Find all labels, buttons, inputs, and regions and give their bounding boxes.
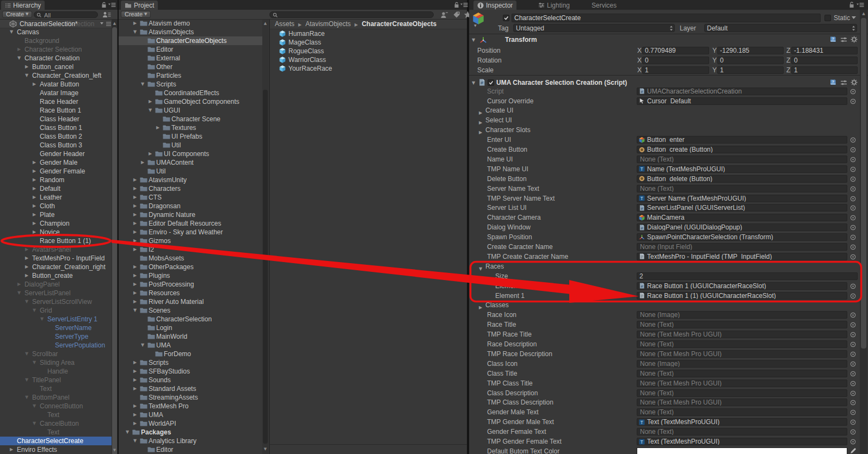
project-item-ui-components[interactable]: ▶UI Components: [119, 150, 262, 158]
foldout-closed-icon[interactable]: ▶: [33, 167, 36, 176]
foldout-closed-icon[interactable]: ▶: [133, 202, 137, 210]
project-item-textures[interactable]: ▶Textures: [119, 123, 262, 132]
foldout-closed-icon[interactable]: ▶: [25, 245, 28, 254]
object-field-tmp-gender-female-text[interactable]: TText (TextMeshProUGUI): [637, 438, 847, 445]
foldout-open-icon[interactable]: ▼: [25, 350, 28, 358]
hierarchy-item-background[interactable]: Background: [0, 36, 112, 45]
hierarchy-item-handle[interactable]: Handle: [0, 367, 112, 376]
project-item-atavismunity[interactable]: ▶AtavismUnity: [119, 176, 262, 184]
project-item-textmesh-pro[interactable]: ▶TextMesh Pro: [119, 402, 262, 411]
object-picker-icon[interactable]: [850, 254, 856, 260]
eyedropper-icon[interactable]: [850, 447, 857, 454]
scroll-up-icon[interactable]: ▲: [262, 20, 268, 27]
project-item-scripts[interactable]: ▼Scripts: [119, 80, 262, 89]
foldout-closed-icon[interactable]: ▶: [133, 411, 137, 419]
hierarchy-item-avatar-button[interactable]: ▶Avatar Button: [0, 80, 112, 89]
object-field-gender-female-text[interactable]: None (Text): [637, 428, 847, 436]
preset-icon[interactable]: [840, 36, 847, 43]
scroll-up-icon[interactable]: ▲: [112, 20, 118, 27]
foldout-closed-icon[interactable]: ▶: [17, 280, 21, 289]
foldout-closed-icon[interactable]: ▶: [133, 193, 137, 202]
asset-item-mageclass[interactable]: MageClass: [270, 38, 467, 47]
scroll-up-icon[interactable]: ▲: [860, 10, 867, 17]
object-picker-icon[interactable]: [850, 215, 856, 221]
foldout-closed-icon[interactable]: ▶: [33, 193, 36, 202]
foldout-closed-icon[interactable]: ▶: [133, 271, 137, 280]
foldout-closed-icon[interactable]: ▶: [33, 184, 36, 193]
field-label[interactable]: Create UI: [485, 105, 513, 115]
foldout-open-icon[interactable]: ▼: [40, 315, 44, 324]
object-field-create-button[interactable]: Button_create (Button): [637, 146, 847, 153]
foldout-closed-icon[interactable]: ▶: [133, 228, 137, 237]
object-picker-icon[interactable]: [850, 196, 856, 202]
object-field-tmp-class-title[interactable]: None (Text Mesh Pro UGUI): [637, 380, 847, 387]
foldout-closed-icon[interactable]: ▶: [149, 150, 152, 158]
project-item-gameobject-components[interactable]: ▶GameObject Components: [119, 97, 262, 106]
foldout-closed-icon[interactable]: ▶: [133, 358, 137, 367]
hierarchy-item-enviro-effects[interactable]: ▶Enviro Effects: [0, 445, 112, 454]
foldout-open-icon[interactable]: ▼: [33, 306, 36, 315]
foldout-open-icon[interactable]: ▼: [472, 38, 475, 42]
component-enabled-checkbox[interactable]: [488, 79, 494, 86]
project-item-ui-prefabs[interactable]: UI Prefabs: [119, 132, 262, 141]
hierarchy-item-random[interactable]: ▶Random: [0, 176, 112, 184]
foldout-open-icon[interactable]: ▼: [133, 306, 137, 315]
x-field[interactable]: 0.7709489: [642, 47, 709, 54]
foldout-open-icon[interactable]: ▼: [25, 376, 28, 384]
object-picker-icon[interactable]: [850, 381, 856, 387]
project-item-plugins[interactable]: ▶Plugins: [119, 271, 262, 280]
hierarchy-item-race-button-1[interactable]: Race Button 1: [0, 106, 112, 115]
hierarchy-item-sliding-area[interactable]: ▼Sliding Area: [0, 358, 112, 367]
scene-header-row[interactable]: CharacterSelection* rSelection: [0, 20, 112, 28]
gameobject-icon[interactable]: [472, 13, 484, 24]
y-field[interactable]: -1290.185: [717, 47, 784, 54]
foldout-open-icon[interactable]: ▼: [33, 358, 36, 367]
object-picker-icon[interactable]: [850, 234, 856, 240]
object-field-delete-button[interactable]: Button_delete (Button): [637, 175, 847, 183]
object-picker-icon[interactable]: [850, 176, 856, 182]
project-item-ugui[interactable]: ▼UGUI: [119, 106, 262, 115]
object-picker-icon[interactable]: [850, 341, 856, 347]
project-search-input[interactable]: [269, 11, 434, 18]
project-item-mainworld[interactable]: MainWorld: [119, 332, 262, 341]
project-item-editor[interactable]: Editor: [119, 445, 262, 454]
field-label[interactable]: Select UI: [485, 115, 512, 125]
object-field-character-camera[interactable]: MainCamera: [637, 214, 847, 221]
project-item-atavism-demo[interactable]: ▶Atavism demo: [119, 19, 262, 28]
hierarchy-item-servername[interactable]: ServerName: [0, 324, 112, 332]
hierarchy-item-character-creation-right[interactable]: ▶Character_Creation_right: [0, 263, 112, 271]
x-field[interactable]: 1: [642, 66, 709, 74]
object-field-spawn-position[interactable]: SpawnPointCharacterSelection (Transform): [637, 233, 847, 241]
hierarchy-item-button-cancel[interactable]: ▶Button_cancel: [0, 63, 112, 71]
project-item-uma[interactable]: ▼UMA: [119, 341, 262, 350]
z-field[interactable]: -1.188431: [791, 47, 858, 54]
foldout-closed-icon[interactable]: ▶: [133, 176, 137, 184]
foldout-closed-icon[interactable]: ▶: [133, 210, 137, 219]
hierarchy-create-button[interactable]: Create▼: [2, 11, 32, 18]
hierarchy-item-champion[interactable]: ▶Champion: [0, 219, 112, 228]
breadcrumb-item[interactable]: AtavismObjects: [305, 20, 350, 28]
object-picker-icon[interactable]: [850, 89, 856, 95]
hierarchy-item-serverlistpanel[interactable]: ▼ServerListPanel: [0, 289, 112, 297]
foldout-closed-icon[interactable]: ▶: [133, 384, 137, 393]
project-item-characterselection[interactable]: CharacterSelection: [119, 315, 262, 324]
project-item-coordinatedeffects[interactable]: CoordinatedEffects: [119, 89, 262, 97]
object-field-name-ui[interactable]: None (Text): [637, 156, 847, 163]
hierarchy-item-avatar-image[interactable]: Avatar Image: [0, 89, 112, 97]
hierarchy-item-scrollbar[interactable]: ▼Scrollbar: [0, 350, 112, 358]
object-picker-icon[interactable]: [850, 429, 856, 435]
hierarchy-item-grid[interactable]: ▼Grid: [0, 306, 112, 315]
preset-icon[interactable]: [840, 79, 847, 86]
project-item-sfbaystudios[interactable]: ▶SFBayStudios: [119, 367, 262, 376]
object-picker-icon[interactable]: [850, 361, 856, 367]
object-picker-icon[interactable]: [850, 409, 856, 415]
project-item-editor[interactable]: Editor: [119, 45, 262, 54]
foldout-open-icon[interactable]: ▼: [472, 80, 475, 85]
hierarchy-item-class-header[interactable]: Class Header: [0, 115, 112, 123]
foldout-closed-icon[interactable]: ▶: [33, 219, 36, 228]
foldout-open-icon[interactable]: ▼: [25, 393, 28, 402]
object-field-tmp-gender-male-text[interactable]: TText (TextMeshProUGUI): [637, 418, 847, 426]
object-picker-icon[interactable]: [850, 322, 856, 328]
hierarchy-search-input[interactable]: All: [34, 11, 98, 18]
hierarchy-item-cancelbutton[interactable]: ▼CancelButton: [0, 419, 112, 428]
